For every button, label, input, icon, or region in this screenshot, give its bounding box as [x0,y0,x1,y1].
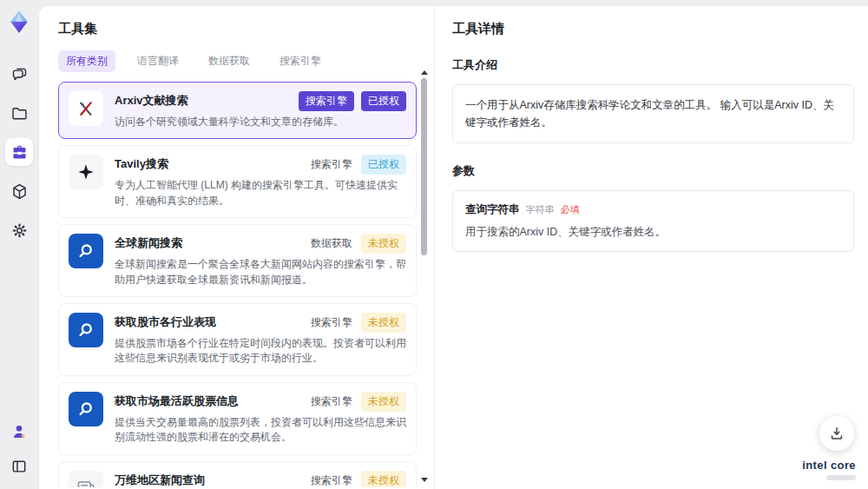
param-description: 用于搜索的Arxiv ID、关键字或作者姓名。 [465,225,841,240]
sidebar [0,0,38,489]
blue-search-icon [69,392,103,426]
blue-search-icon [69,313,103,347]
toolbox-icon[interactable] [5,138,33,166]
scrollbar[interactable] [420,70,428,482]
tool-name: 万维地区新闻查询 [115,471,309,487]
tab-translate[interactable]: 语言翻译 [129,50,187,72]
tool-list: Arxiv文献搜索搜索引擎已授权访问各个研究领域大量科学论文和文章的存储库。Ta… [58,82,434,487]
tool-description: 提供当天交易量最高的股票列表，投资者可以利用这些信息来识别流动性强的股票和潜在的… [115,415,406,446]
tool-intro-text: 一个用于从Arxiv存储库搜索科学论文和文章的工具。 输入可以是Arxiv ID… [465,99,834,129]
folder-icon[interactable] [5,99,33,127]
download-button[interactable] [819,416,854,451]
tool-card[interactable]: Arxiv文献搜索搜索引擎已授权访问各个研究领域大量科学论文和文章的存储库。 [58,82,417,139]
intel-core-wordmark: intel core [802,459,856,472]
tool-description: 提供股票市场各个行业在特定时间段内的表现。投资者可以利用这些信息来识别表现优于或… [115,336,406,367]
category-badge: 搜索引擎 [309,314,354,332]
tab-search[interactable]: 搜索引擎 [272,50,329,72]
category-badge: 搜索引擎 [309,393,354,411]
status-badge: 未授权 [361,471,406,487]
arxiv-icon [69,91,103,126]
category-badge: 数据获取 [309,235,354,253]
tool-name: 获取市场最活跃股票信息 [115,392,309,409]
tool-detail-panel: 工具详情 工具介绍 一个用于从Arxiv存储库搜索科学论文和文章的工具。 输入可… [435,6,868,489]
chat-icon[interactable] [5,60,33,88]
tool-name: 全球新闻搜索 [115,234,309,251]
tab-data[interactable]: 数据获取 [201,50,258,72]
tool-card[interactable]: 获取股市各行业表现搜索引擎未授权提供股票市场各个行业在特定时间段内的表现。投资者… [58,303,417,376]
status-badge: 已授权 [361,155,406,175]
tool-description: 全球新闻搜索是一个聚合全球各大新闻网站内容的搜索引擎，帮助用户快速获取全球最新资… [115,257,406,287]
tool-card[interactable]: 获取市场最活跃股票信息搜索引擎未授权提供当天交易量最高的股票列表，投资者可以利用… [58,382,417,455]
cube-icon[interactable] [5,177,33,205]
tool-card[interactable]: Tavily搜索搜索引擎已授权专为人工智能代理 (LLM) 构建的搜索引擎工具。… [58,145,417,218]
main-content: 工具集 所有类别语言翻译数据获取搜索引擎 Arxiv文献搜索搜索引擎已授权访问各… [38,5,868,489]
download-icon [828,425,845,442]
sidebar-bottom [5,418,33,480]
status-badge: 未授权 [361,234,406,254]
param-head: 查询字符串 字符串 必填 [465,202,841,217]
sidebar-nav [5,60,33,244]
blue-search-icon [69,234,103,268]
intel-core-sub-mark [826,475,856,480]
tool-list-panel: 工具集 所有类别语言翻译数据获取搜索引擎 Arxiv文献搜索搜索引擎已授权访问各… [39,6,434,489]
status-badge: 未授权 [361,392,406,412]
param-name: 查询字符串 [465,202,520,217]
user-avatar-icon[interactable] [5,418,33,446]
param-item: 查询字符串 字符串 必填 用于搜索的Arxiv ID、关键字或作者姓名。 [452,190,854,252]
param-required-badge: 必填 [561,203,580,216]
category-badge: 搜索引擎 [299,91,354,111]
intel-core-logo: intel core [802,457,856,480]
intro-heading: 工具介绍 [452,57,854,73]
tavily-icon [69,155,103,189]
app-logo-icon[interactable] [6,8,32,36]
tool-card[interactable]: 万维地区新闻查询搜索引擎未授权查询具体行政区划内的新闻，快速了解各地新闻动态 [58,461,417,487]
category-badge: 搜索引擎 [309,155,354,174]
status-badge: 未授权 [361,313,406,333]
category-tabs: 所有类别语言翻译数据获取搜索引擎 [58,50,434,72]
param-type: 字符串 [526,203,555,216]
tab-all[interactable]: 所有类别 [58,50,115,72]
app-root: 工具集 所有类别语言翻译数据获取搜索引擎 Arxiv文献搜索搜索引擎已授权访问各… [0,0,868,489]
scroll-up-icon[interactable] [421,70,428,75]
page-title: 工具集 [58,21,434,37]
tool-description: 访问各个研究领域大量科学论文和文章的存储库。 [115,115,406,129]
scrollbar-thumb[interactable] [421,78,427,255]
tool-name: 获取股市各行业表现 [115,313,309,330]
tool-intro-box: 一个用于从Arxiv存储库搜索科学论文和文章的工具。 输入可以是Arxiv ID… [452,84,854,143]
newspaper-icon [69,471,103,487]
category-badge: 搜索引擎 [309,472,354,487]
status-badge: 已授权 [361,91,406,111]
tool-name: Arxiv文献搜索 [115,91,299,109]
collapse-panel-icon[interactable] [5,453,33,480]
settings-icon[interactable] [5,216,33,244]
detail-title: 工具详情 [452,21,854,37]
tool-card[interactable]: 全球新闻搜索数据获取未授权全球新闻搜索是一个聚合全球各大新闻网站内容的搜索引擎，… [58,224,417,297]
tool-name: Tavily搜索 [115,155,309,172]
scroll-down-icon[interactable] [421,478,428,482]
tool-description: 专为人工智能代理 (LLM) 构建的搜索引擎工具。可快速提供实时、准确和真实的结… [115,178,406,208]
params-heading: 参数 [452,163,854,179]
